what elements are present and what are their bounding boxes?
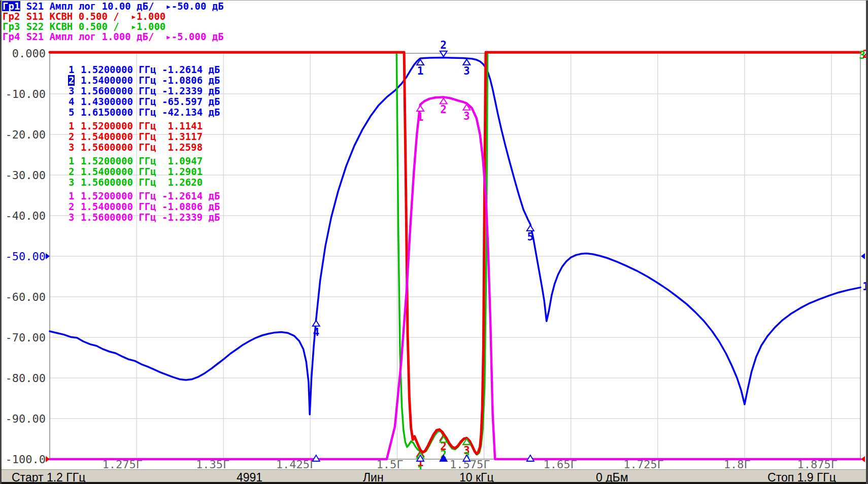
marker-group-4: 1 1.5200000 ГГц -1.2614 дБ2 1.5400000 ГГ…	[68, 191, 220, 223]
trace-marker-5[interactable]: 5	[527, 225, 534, 243]
trace-reference-value[interactable]: ▸-5.000 дБ	[165, 31, 223, 42]
marker-number: 1	[417, 65, 424, 77]
reference-level-arrow-left-icon[interactable]	[46, 456, 50, 462]
marker-row-readout: 1.5400000 ГГц 1.3117	[75, 131, 203, 142]
window-top-edge	[0, 0, 868, 1]
trace-id[interactable]: Гр2	[2, 11, 20, 21]
status-bar: Старт 1.2 ГГц 4991 Лин 10 кГц 0 дБм Стоп…	[2, 469, 866, 483]
trace-marker-1[interactable]: 1	[417, 59, 424, 77]
marker-row: 1 1.5200000 ГГц 1.0947	[68, 156, 220, 166]
y-axis-label: -20.00	[6, 128, 46, 141]
marker-row: 2 1.5400000 ГГц -1.0806 дБ	[68, 201, 220, 212]
marker-row-readout: 1.6150000 ГГц -42.134 дБ	[75, 107, 220, 118]
marker-row-number[interactable]: 2	[68, 166, 75, 177]
window-right-edge	[866, 0, 868, 484]
marker-row: 3 1.5600000 ГГц 1.2598	[68, 142, 220, 153]
marker-row-readout: 1.5600000 ГГц 1.2620	[75, 177, 203, 188]
marker-row-readout: 1.5400000 ГГц -1.0806 дБ	[75, 75, 220, 86]
y-axis-label: -40.00	[6, 210, 46, 222]
marker-number: 2	[440, 103, 447, 116]
marker-row-number[interactable]: 3	[68, 142, 75, 153]
trace-legend: Гр1 S21 Ампл лог 10.00 дБ/ ▸-50.00 дБГр2…	[2, 1, 224, 42]
trace-id[interactable]: Гр4	[2, 31, 20, 42]
trace-reference-value[interactable]: ▸1.000	[131, 11, 166, 22]
window-left-edge	[0, 0, 2, 484]
marker-triangle-icon	[417, 106, 424, 111]
y-axis-label: -70.00	[6, 331, 46, 344]
trace-id[interactable]: Гр1	[2, 1, 20, 11]
marker-row-number[interactable]: 2	[68, 201, 75, 212]
marker-row: 2 1.5400000 ГГц -1.0806 дБ	[68, 75, 220, 86]
marker-group-1: 1 1.5200000 ГГц -1.2614 дБ2 1.5400000 ГГ…	[68, 64, 220, 118]
marker-row-number[interactable]: 2	[68, 131, 75, 142]
marker-table: 1 1.5200000 ГГц -1.2614 дБ2 1.5400000 ГГ…	[68, 64, 220, 226]
trace-legend-row-4[interactable]: Гр4 S21 Ампл лог 1.000 дБ/ ▸-5.000 дБ	[2, 31, 224, 42]
trace-legend-row-1[interactable]: Гр1 S21 Ампл лог 10.00 дБ/ ▸-50.00 дБ	[2, 1, 224, 11]
trace-reference-value[interactable]: ▸1.000	[131, 21, 166, 32]
trace-format: S21 Ампл лог 1.000 дБ/	[20, 31, 165, 42]
marker-row-number[interactable]: 1	[68, 64, 75, 75]
marker-row-readout: 1.5200000 ГГц 1.1141	[75, 120, 203, 131]
trace-legend-row-3[interactable]: Гр3 S22 КСВН 0.500 / ▸1.000	[2, 21, 224, 31]
marker-group-2: 1 1.5200000 ГГц 1.11412 1.5400000 ГГц 1.…	[68, 121, 220, 153]
y-axis-label: -80.00	[6, 372, 46, 385]
marker-row-readout: 1.5400000 ГГц 1.2901	[75, 166, 203, 177]
trace-marker-2[interactable]: 2	[440, 39, 447, 57]
marker-row-readout: 1.5200000 ГГц 1.0947	[75, 155, 203, 166]
marker-row: 1 1.5200000 ГГц -1.2614 дБ	[68, 64, 220, 75]
y-axis-label: -10.00	[6, 88, 46, 100]
marker-row: 2 1.5400000 ГГц 1.3117	[68, 131, 220, 142]
marker-row-number[interactable]: 5	[68, 107, 75, 118]
trace-marker-2[interactable]: 2	[440, 98, 447, 116]
trace-marker-1[interactable]: 1	[417, 106, 424, 123]
marker-row: 3 1.5600000 ГГц -1.2339 дБ	[68, 86, 220, 96]
marker-row-number[interactable]: 1	[68, 156, 75, 166]
marker-number: 3	[463, 65, 470, 77]
marker-number: 3	[463, 110, 470, 122]
trace-format: S22 КСВН 0.500 /	[20, 21, 130, 32]
y-axis-label: -90.00	[6, 412, 46, 425]
marker-row: 3 1.5600000 ГГц -1.2339 дБ	[68, 212, 220, 223]
reference-level-arrow-left-icon[interactable]	[46, 253, 50, 259]
marker-row-readout: 1.5600000 ГГц -1.2339 дБ	[75, 212, 220, 223]
marker-row: 1 1.5200000 ГГц 1.1141	[68, 121, 220, 131]
window-bottom-edge	[0, 482, 868, 484]
marker-number: 1	[417, 111, 424, 123]
marker-row-number[interactable]: 4	[68, 96, 75, 107]
marker-row-number[interactable]: 3	[68, 86, 75, 96]
marker-row: 3 1.5600000 ГГц 1.2620	[68, 177, 220, 188]
marker-number: 5	[527, 231, 533, 243]
y-axis-label: -30.00	[6, 169, 46, 182]
marker-row-readout: 1.5600000 ГГц -1.2339 дБ	[75, 85, 220, 96]
trace-format: S21 Ампл лог 10.00 дБ/	[20, 1, 165, 12]
marker-triangle-icon	[440, 51, 447, 57]
y-axis-label: -100.0	[6, 453, 46, 466]
marker-triangle-icon	[313, 321, 320, 326]
marker-triangle-icon	[463, 59, 470, 65]
marker-row: 5 1.6150000 ГГц -42.134 дБ	[68, 107, 220, 118]
marker-number: 2	[440, 39, 447, 51]
marker-triangle-icon	[527, 225, 534, 231]
vna-app-window: 0.000-10.00-20.00-30.00-40.00-50.00-60.0…	[0, 0, 868, 484]
reference-level-arrow-right-icon[interactable]	[861, 456, 865, 462]
marker-row: 1 1.5200000 ГГц -1.2614 дБ	[68, 191, 220, 201]
marker-row-readout: 1.5400000 ГГц -1.0806 дБ	[75, 201, 220, 212]
marker-row-number[interactable]: 3	[68, 212, 75, 223]
trace-marker-3[interactable]: 3	[463, 59, 470, 77]
trace-legend-row-2[interactable]: Гр2 S11 КСВН 0.500 / ▸1.000	[2, 11, 224, 21]
marker-row-number[interactable]: 1	[68, 121, 75, 131]
trace-id[interactable]: Гр3	[2, 21, 20, 31]
marker-row-number[interactable]: 3	[68, 177, 75, 188]
reference-level-arrow-right-icon[interactable]	[861, 253, 865, 259]
marker-row-number[interactable]: 2	[68, 75, 75, 86]
trace-reference-value[interactable]: ▸-50.00 дБ	[165, 1, 223, 12]
marker-row: 2 1.5400000 ГГц 1.2901	[68, 166, 220, 177]
trace-marker-4[interactable]: 4	[313, 321, 320, 338]
trace-format: S11 КСВН 0.500 /	[20, 11, 130, 22]
marker-number: 4	[313, 326, 319, 338]
marker-row-readout: 1.4300000 ГГц -65.597 дБ	[75, 96, 220, 107]
marker-row-number[interactable]: 1	[68, 191, 75, 201]
marker-triangle-icon	[440, 98, 447, 103]
y-axis-reference-label: -50.00	[6, 250, 46, 263]
y-axis-label: -60.00	[6, 291, 46, 303]
